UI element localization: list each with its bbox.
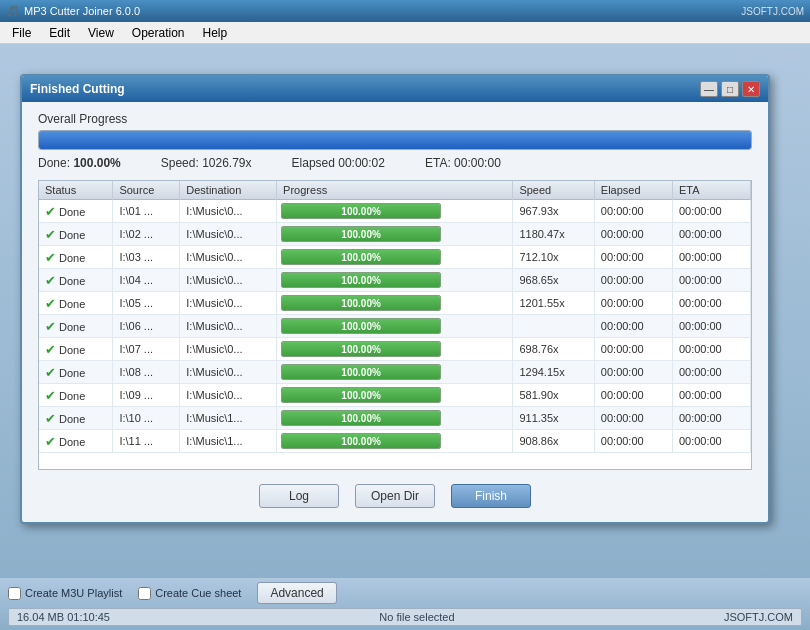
cell-status-1: ✔ Done xyxy=(39,223,113,246)
menu-help[interactable]: Help xyxy=(195,24,236,42)
cell-dest-8: I:\Music\0... xyxy=(180,384,277,407)
cell-progress-4: 100.00% xyxy=(277,292,513,315)
progress-bar-track-9: 100.00% xyxy=(281,410,441,426)
cell-speed-9: 911.35x xyxy=(513,407,594,430)
cell-speed-6: 698.76x xyxy=(513,338,594,361)
bottom-bar: Create M3U Playlist Create Cue sheet Adv… xyxy=(0,578,810,630)
log-button[interactable]: Log xyxy=(259,484,339,508)
progress-bar-label-0: 100.00% xyxy=(282,204,440,218)
create-m3u-checkbox[interactable]: Create M3U Playlist xyxy=(8,587,122,600)
cell-source-7: I:\08 ... xyxy=(113,361,180,384)
check-icon-0: ✔ xyxy=(45,204,56,219)
overall-progress-section: Overall Progress Done: 100.00% Speed: 10… xyxy=(38,112,752,170)
cell-speed-10: 908.86x xyxy=(513,430,594,453)
progress-bar-label-3: 100.00% xyxy=(282,273,440,287)
progress-bar-track-3: 100.00% xyxy=(281,272,441,288)
create-cue-input[interactable] xyxy=(138,587,151,600)
table-row: ✔ Done I:\09 ... I:\Music\0... 100.00% 5… xyxy=(39,384,751,407)
eta-stat: ETA: 00:00:00 xyxy=(425,156,501,170)
cell-speed-3: 968.65x xyxy=(513,269,594,292)
menubar: File Edit View Operation Help xyxy=(0,22,810,44)
create-cue-checkbox[interactable]: Create Cue sheet xyxy=(138,587,241,600)
status-watermark: JSOFTJ.COM xyxy=(724,611,793,623)
cell-eta-4: 00:00:00 xyxy=(672,292,750,315)
close-button[interactable]: ✕ xyxy=(742,81,760,97)
advanced-button[interactable]: Advanced xyxy=(257,582,336,604)
table-row: ✔ Done I:\10 ... I:\Music\1... 100.00% 9… xyxy=(39,407,751,430)
progress-bar-label-6: 100.00% xyxy=(282,342,440,356)
cell-dest-2: I:\Music\0... xyxy=(180,246,277,269)
table-row: ✔ Done I:\08 ... I:\Music\0... 100.00% 1… xyxy=(39,361,751,384)
cell-status-9: ✔ Done xyxy=(39,407,113,430)
menu-file[interactable]: File xyxy=(4,24,39,42)
jobs-table: Status Source Destination Progress Speed… xyxy=(39,181,751,453)
cell-status-10: ✔ Done xyxy=(39,430,113,453)
finished-cutting-dialog: Finished Cutting — □ ✕ Overall Progress … xyxy=(20,74,770,524)
cell-dest-7: I:\Music\0... xyxy=(180,361,277,384)
cell-dest-9: I:\Music\1... xyxy=(180,407,277,430)
overall-progress-track xyxy=(38,130,752,150)
cell-source-3: I:\04 ... xyxy=(113,269,180,292)
overall-progress-fill xyxy=(39,131,751,149)
cell-source-10: I:\11 ... xyxy=(113,430,180,453)
cell-progress-8: 100.00% xyxy=(277,384,513,407)
create-m3u-input[interactable] xyxy=(8,587,21,600)
progress-bar-label-8: 100.00% xyxy=(282,388,440,402)
cell-progress-3: 100.00% xyxy=(277,269,513,292)
cell-elapsed-10: 00:00:00 xyxy=(594,430,672,453)
menu-edit[interactable]: Edit xyxy=(41,24,78,42)
check-icon-3: ✔ xyxy=(45,273,56,288)
cell-elapsed-1: 00:00:00 xyxy=(594,223,672,246)
cell-source-2: I:\03 ... xyxy=(113,246,180,269)
progress-bar-track-4: 100.00% xyxy=(281,295,441,311)
cell-progress-9: 100.00% xyxy=(277,407,513,430)
check-icon-7: ✔ xyxy=(45,365,56,380)
progress-bar-track-1: 100.00% xyxy=(281,226,441,242)
dialog-title: Finished Cutting xyxy=(30,82,125,96)
maximize-button[interactable]: □ xyxy=(721,81,739,97)
menu-view[interactable]: View xyxy=(80,24,122,42)
overall-stats: Done: 100.00% Speed: 1026.79x Elapsed 00… xyxy=(38,156,752,170)
cell-dest-4: I:\Music\0... xyxy=(180,292,277,315)
menu-operation[interactable]: Operation xyxy=(124,24,193,42)
cell-dest-3: I:\Music\0... xyxy=(180,269,277,292)
open-dir-button[interactable]: Open Dir xyxy=(355,484,435,508)
create-m3u-label: Create M3U Playlist xyxy=(25,587,122,599)
cell-dest-5: I:\Music\0... xyxy=(180,315,277,338)
watermark-top-right: JSOFTJ.COM xyxy=(730,50,800,62)
col-status: Status xyxy=(39,181,113,200)
jobs-table-container: Status Source Destination Progress Speed… xyxy=(38,180,752,470)
cell-source-8: I:\09 ... xyxy=(113,384,180,407)
cell-dest-10: I:\Music\1... xyxy=(180,430,277,453)
cell-source-0: I:\01 ... xyxy=(113,200,180,223)
cell-status-6: ✔ Done xyxy=(39,338,113,361)
cell-speed-4: 1201.55x xyxy=(513,292,594,315)
table-row: ✔ Done I:\11 ... I:\Music\1... 100.00% 9… xyxy=(39,430,751,453)
cell-eta-9: 00:00:00 xyxy=(672,407,750,430)
cell-elapsed-9: 00:00:00 xyxy=(594,407,672,430)
table-row: ✔ Done I:\06 ... I:\Music\0... 100.00% 0… xyxy=(39,315,751,338)
dialog-content: Overall Progress Done: 100.00% Speed: 10… xyxy=(22,102,768,522)
progress-bar-label-2: 100.00% xyxy=(282,250,440,264)
table-row: ✔ Done I:\01 ... I:\Music\0... 100.00% 9… xyxy=(39,200,751,223)
cell-status-5: ✔ Done xyxy=(39,315,113,338)
cell-dest-6: I:\Music\0... xyxy=(180,338,277,361)
table-row: ✔ Done I:\07 ... I:\Music\0... 100.00% 6… xyxy=(39,338,751,361)
cell-elapsed-0: 00:00:00 xyxy=(594,200,672,223)
cell-progress-0: 100.00% xyxy=(277,200,513,223)
progress-bar-label-5: 100.00% xyxy=(282,319,440,333)
cell-status-8: ✔ Done xyxy=(39,384,113,407)
progress-bar-track-2: 100.00% xyxy=(281,249,441,265)
col-elapsed: Elapsed xyxy=(594,181,672,200)
col-source: Source xyxy=(113,181,180,200)
cell-speed-7: 1294.15x xyxy=(513,361,594,384)
cell-elapsed-8: 00:00:00 xyxy=(594,384,672,407)
app-icon: 🎵 xyxy=(6,5,20,18)
minimize-button[interactable]: — xyxy=(700,81,718,97)
cell-speed-8: 581.90x xyxy=(513,384,594,407)
cell-dest-0: I:\Music\0... xyxy=(180,200,277,223)
finish-button[interactable]: Finish xyxy=(451,484,531,508)
cell-speed-2: 712.10x xyxy=(513,246,594,269)
dialog-buttons: Log Open Dir Finish xyxy=(38,480,752,508)
progress-bar-track-6: 100.00% xyxy=(281,341,441,357)
